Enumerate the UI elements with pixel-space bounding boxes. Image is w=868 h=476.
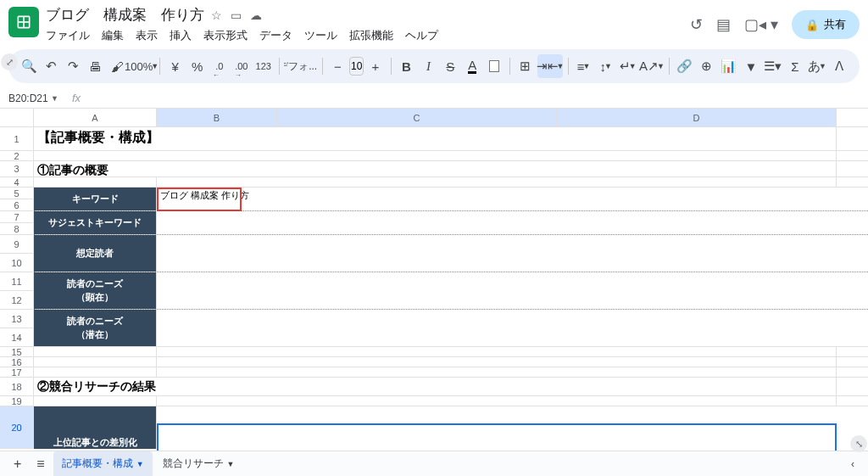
expand-bottom-icon[interactable]: ⤡ [850, 435, 867, 452]
sheet-scroll-left[interactable]: ‹ [844, 455, 861, 473]
row-header[interactable]: 7 [0, 211, 34, 223]
menu-edit[interactable]: 編集 [102, 28, 124, 43]
row-header[interactable]: 17 [0, 367, 34, 378]
row-header[interactable]: 11 [0, 272, 34, 291]
history-icon[interactable]: ↺ [690, 15, 703, 34]
move-icon[interactable]: ▭ [231, 8, 242, 22]
fillcolor-button[interactable] [484, 54, 504, 78]
textcolor-button[interactable]: A [462, 54, 482, 78]
italic-button[interactable]: I [418, 54, 438, 78]
row-header[interactable]: 6 [0, 199, 34, 211]
row-header[interactable]: 16 [0, 357, 34, 367]
cloud-icon[interactable]: ☁ [250, 8, 262, 22]
meet-icon[interactable]: ▢◂ ▾ [744, 15, 778, 34]
menu-file[interactable]: ファイル [46, 28, 90, 43]
menu-tools[interactable]: ツール [304, 28, 337, 43]
fontsize-inc[interactable]: + [365, 54, 386, 78]
cell-a1[interactable]: 【記事概要・構成】 [34, 127, 837, 150]
row-header[interactable]: 2 [0, 151, 34, 161]
menu-help[interactable]: ヘルプ [405, 28, 438, 43]
label-needs2[interactable]: 読者のニーズ （潜在） [34, 310, 157, 346]
increase-decimal-button[interactable]: .00→ [231, 54, 252, 78]
row-header[interactable]: 5 [0, 188, 34, 199]
col-header-b[interactable]: B [157, 109, 277, 126]
sheet-menu-icon[interactable]: ▼ [227, 460, 235, 468]
filterview-button[interactable]: ☰▾ [763, 54, 783, 78]
doc-title[interactable]: ブログ 構成案 作り方 [46, 5, 204, 25]
namebox-dropdown-icon[interactable]: ▼ [51, 94, 58, 103]
functions-button[interactable]: Σ [785, 54, 805, 78]
sheet-menu-icon[interactable]: ▼ [136, 460, 144, 468]
label-keyword[interactable]: キーワード [34, 188, 157, 210]
row-header[interactable]: 3 [0, 161, 34, 177]
cell-a3[interactable]: ①記事の概要 [34, 161, 837, 176]
menu-data[interactable]: データ [259, 28, 292, 43]
label-reader[interactable]: 想定読者 [34, 235, 157, 272]
label-diff[interactable]: 上位記事との差別化 [34, 406, 157, 449]
col-header-c[interactable]: C [277, 109, 557, 126]
col-header-a[interactable]: A [34, 109, 157, 126]
rotate-button[interactable]: A↗▼ [640, 54, 665, 78]
row-header[interactable]: 14 [0, 328, 34, 347]
formula-bar[interactable] [87, 88, 868, 108]
row-header[interactable]: 18 [0, 378, 34, 396]
sheets-logo[interactable] [8, 7, 39, 37]
currency-button[interactable]: ¥ [165, 54, 186, 78]
menu-format[interactable]: 表示形式 [203, 28, 248, 43]
zoom-select[interactable]: 100%▼ [129, 54, 154, 78]
add-sheet-button[interactable]: + [7, 453, 28, 475]
row-header[interactable]: 12 [0, 291, 34, 310]
merge-button[interactable]: ⇥⇤▼ [537, 54, 563, 78]
decrease-decimal-button[interactable]: .0← [209, 54, 230, 78]
strike-button[interactable]: S [440, 54, 460, 78]
fontsize-input[interactable]: 10 [349, 57, 363, 76]
cell-a18[interactable]: ②競合リサーチの結果 [34, 378, 837, 395]
menu-extensions[interactable]: 拡張機能 [349, 28, 393, 43]
row-header[interactable]: 1 [0, 127, 34, 151]
fontsize-dec[interactable]: − [327, 54, 348, 78]
print-icon[interactable]: 🖶 [85, 54, 105, 78]
comment-icon[interactable]: ▤ [716, 15, 731, 34]
row-header[interactable]: 9 [0, 235, 34, 254]
valign-button[interactable]: ↕▼ [596, 54, 616, 78]
input-ja-button[interactable]: あ▼ [807, 54, 827, 78]
sheet-tab-2[interactable]: 競合リサーチ ▼ [154, 451, 243, 476]
cells-area[interactable]: 【記事概要・構成】 ①記事の概要 キーワード ブログ 構成案 作り方 サジェスト… [34, 127, 868, 449]
wrap-button[interactable]: ↵▼ [618, 54, 638, 78]
col-header-d[interactable]: D [557, 109, 837, 126]
label-needs1[interactable]: 読者のニーズ （顕在） [34, 272, 157, 309]
menu-view[interactable]: 表示 [136, 28, 158, 43]
row-header[interactable]: 13 [0, 310, 34, 328]
toolbar-collapse-icon[interactable]: ᐱ [829, 54, 849, 78]
sheet-tab-1[interactable]: 記事概要・構成 ▼ [53, 451, 153, 476]
undo-icon[interactable]: ↶ [41, 54, 61, 78]
select-all-corner[interactable] [0, 109, 34, 126]
lock-icon: 🔒 [805, 19, 819, 31]
row-header[interactable]: 8 [0, 223, 34, 235]
row-header[interactable]: 10 [0, 254, 34, 272]
star-icon[interactable]: ☆ [211, 8, 222, 22]
numformat-button[interactable]: 123 [253, 54, 274, 78]
row-header[interactable]: 19 [0, 396, 34, 406]
halign-button[interactable]: ≡▼ [574, 54, 594, 78]
menu-insert[interactable]: 挿入 [170, 28, 192, 43]
cell-b5[interactable]: ブログ 構成案 作り方 [157, 188, 868, 210]
share-button[interactable]: 🔒 共有 [792, 10, 860, 39]
all-sheets-button[interactable]: ≡ [30, 453, 51, 475]
link-button[interactable]: 🔗 [675, 54, 695, 78]
borders-button[interactable]: ⊞ [515, 54, 536, 78]
chart-button[interactable]: 📊 [719, 54, 739, 78]
percent-button[interactable]: % [187, 54, 208, 78]
font-select[interactable]: デフォ...▼ [284, 54, 317, 78]
label-suggest[interactable]: サジェストキーワード [34, 211, 157, 234]
row-header[interactable]: 20 [0, 406, 34, 449]
expand-top-icon[interactable]: ⤢ [1, 53, 18, 70]
row-header[interactable]: 4 [0, 177, 34, 188]
filter-button[interactable]: ▼ [741, 54, 761, 78]
search-icon[interactable]: 🔍 [19, 54, 39, 78]
bold-button[interactable]: B [396, 54, 416, 78]
redo-icon[interactable]: ↷ [63, 54, 83, 78]
row-header[interactable]: 15 [0, 347, 34, 357]
name-box[interactable]: B20:D21 [0, 92, 51, 104]
comment-button[interactable]: ⊕ [697, 54, 717, 78]
